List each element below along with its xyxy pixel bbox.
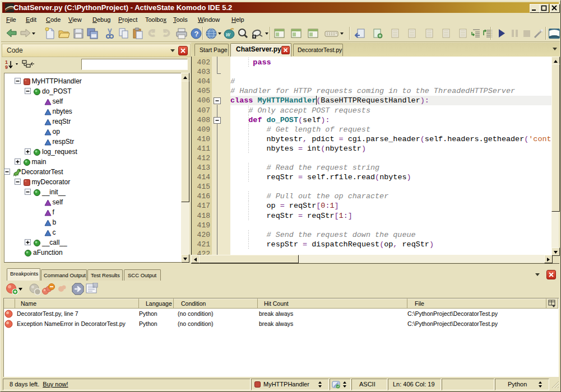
svg-text:?: ? [194, 30, 199, 38]
svg-text:w: w [226, 31, 231, 38]
svg-text:9: 9 [5, 64, 8, 70]
